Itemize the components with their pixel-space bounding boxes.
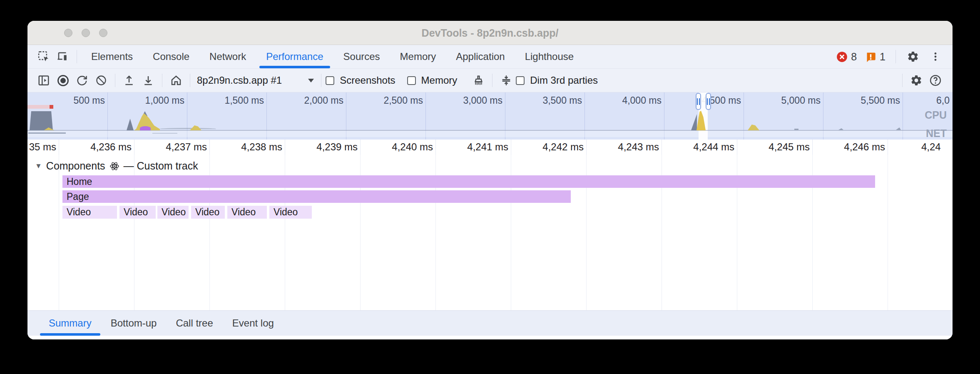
checkbox-box[interactable] [407, 76, 416, 85]
download-profile-button[interactable] [139, 71, 158, 90]
details-tab-bottom-up[interactable]: Bottom-up [101, 311, 167, 336]
divider [492, 74, 492, 87]
desktop-background: DevTools - 8p2n9n.csb.app/ ElementsConso… [0, 0, 980, 374]
divider [190, 74, 190, 87]
toggle-sidebar-button[interactable] [34, 71, 53, 90]
error-icon [836, 51, 848, 62]
ruler-gridline [888, 140, 888, 155]
ruler-tick-label: 4,241 ms [438, 141, 508, 153]
details-tab-event-log[interactable]: Event log [223, 311, 284, 336]
ruler-tick-label: 4,237 ms [136, 141, 207, 153]
tab-elements[interactable]: Elements [81, 45, 143, 68]
cpu-block [30, 111, 53, 130]
titlebar[interactable]: DevTools - 8p2n9n.csb.app/ [27, 21, 953, 45]
ruler-gridline [586, 140, 587, 155]
ruler-tick-label: 4,24 [921, 141, 953, 153]
garbage-collect-brush-button[interactable] [469, 71, 488, 90]
tab-memory[interactable]: Memory [390, 45, 446, 68]
devtools-window: DevTools - 8p2n9n.csb.app/ ElementsConso… [27, 21, 953, 339]
tab-lighthouse[interactable]: Lighthouse [515, 45, 584, 68]
target-selector-dropdown[interactable]: 8p2n9n.csb.app #1 [197, 75, 314, 86]
home-button[interactable] [167, 71, 186, 90]
device-toolbar-button[interactable] [53, 47, 72, 66]
error-count: 8 [851, 51, 857, 63]
issues-icon [865, 51, 876, 62]
tab-console[interactable]: Console [143, 45, 199, 68]
track-bar-video[interactable]: Video [227, 206, 267, 219]
kebab-menu-button[interactable] [926, 47, 945, 66]
checkbox-box[interactable] [326, 76, 334, 85]
collapse-triangle-icon[interactable]: ▼ [35, 162, 42, 170]
track-area[interactable]: ▼ Components — Custom track HomePageVide… [27, 155, 953, 310]
tab-sources[interactable]: Sources [333, 45, 390, 68]
capture-settings-gear-button[interactable] [907, 71, 926, 90]
overview-tick-label: 6,0 [936, 95, 953, 106]
track-bar-home[interactable]: Home [62, 175, 875, 188]
selection-left-handle[interactable] [696, 93, 701, 110]
timeline-ruler[interactable]: 35 ms4,236 ms4,237 ms4,238 ms4,239 ms4,2… [27, 140, 953, 155]
checkbox-box[interactable] [516, 76, 525, 85]
divider [115, 74, 115, 87]
screenshots-checkbox[interactable]: Screenshots [326, 75, 395, 86]
ruler-tick-label: 4,236 ms [61, 141, 132, 153]
ruler-tick-label: 35 ms [27, 141, 56, 153]
ruler-gridline [737, 140, 737, 155]
divider [902, 74, 903, 87]
track-bar-video[interactable]: Video [119, 206, 156, 219]
overview-tick-label: 1,000 ms [114, 95, 184, 106]
ruler-tick-label: 4,244 ms [664, 141, 734, 153]
overview-tick-label: 4,000 ms [591, 95, 662, 106]
track-bar-label: Page [67, 191, 89, 202]
overview-tick-label: 3,500 ms [511, 95, 582, 106]
screenshots-label: Screenshots [340, 75, 395, 86]
track-bar-label: Video [274, 207, 298, 218]
tab-network[interactable]: Network [199, 45, 256, 68]
selection-right-handle[interactable] [706, 93, 711, 110]
error-badge[interactable]: 8 [834, 51, 859, 63]
memory-checkbox[interactable]: Memory [407, 75, 458, 86]
components-track-header[interactable]: ▼ Components — Custom track [35, 160, 198, 172]
help-button[interactable] [926, 71, 945, 90]
ruler-tick-label: 4,243 ms [588, 141, 659, 153]
ruler-tick-label: 4,246 ms [814, 141, 885, 153]
collapse-tracks-button[interactable] [497, 71, 516, 90]
dim-3rd-parties-checkbox[interactable]: Dim 3rd parties [516, 75, 598, 86]
track-bar-label: Video [195, 207, 219, 218]
overview-tick-label: 2,000 ms [273, 95, 343, 106]
inspect-element-button[interactable] [34, 47, 53, 66]
record-button[interactable] [53, 71, 72, 90]
ruler-tick-label: 4,240 ms [362, 141, 433, 153]
overview-tick-label: 1,500 ms [193, 95, 264, 106]
details-tab-summary[interactable]: Summary [39, 311, 101, 336]
issues-count: 1 [880, 51, 885, 63]
track-bar-video[interactable]: Video [269, 206, 312, 219]
cpu-squiggle [160, 128, 216, 130]
cpu-bump [748, 125, 759, 130]
upload-profile-button[interactable] [119, 71, 139, 90]
track-bar-page[interactable]: Page [62, 190, 571, 203]
warning-badge[interactable]: 1 [863, 51, 888, 63]
performance-toolbar: 8p2n9n.csb.app #1 Screenshots Memory [27, 69, 953, 92]
tab-performance[interactable]: Performance [256, 45, 333, 68]
track-bar-video[interactable]: Video [191, 206, 225, 219]
details-tab-call-tree[interactable]: Call tree [166, 311, 222, 336]
timeline-overview[interactable]: CPU NET 500 ms1,000 ms1,500 ms2,000 ms2,… [27, 92, 953, 140]
settings-gear-button[interactable] [903, 47, 923, 66]
ruler-tick-label: 4,242 ms [513, 141, 584, 153]
chevron-down-icon [308, 78, 314, 83]
long-task-red-segment [50, 105, 53, 109]
dim-3rd-parties-label: Dim 3rd parties [530, 75, 598, 86]
cpu-tick [794, 129, 798, 130]
overview-tick-label: 5,500 ms [829, 95, 900, 106]
overview-tick-label: 5,000 ms [750, 95, 821, 106]
reload-and-record-button[interactable] [72, 71, 92, 90]
net-lane-label: NET [926, 127, 947, 140]
track-bar-video[interactable]: Video [62, 206, 117, 219]
ruler-gridline [812, 140, 813, 155]
track-bar-label: Home [67, 176, 92, 187]
tab-application[interactable]: Application [446, 45, 515, 68]
track-bar-video[interactable]: Video [157, 206, 189, 219]
divider [895, 50, 896, 63]
cpu-purple-blob [140, 126, 151, 130]
clear-button[interactable] [92, 71, 111, 90]
